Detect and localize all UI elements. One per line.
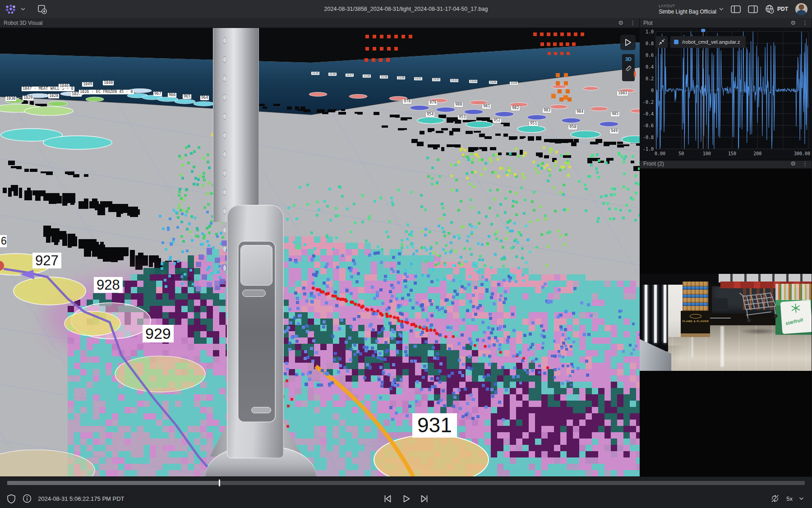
playback-speed[interactable]: 5x: [786, 495, 793, 502]
scrubber-playhead[interactable]: [219, 480, 220, 486]
3d-scene-canvas[interactable]: [0, 28, 640, 476]
waypoint-chip: 1049: [82, 82, 93, 87]
plot-settings-gear-icon[interactable]: ⚙: [790, 20, 796, 26]
svg-text:0.8: 0.8: [646, 41, 654, 46]
svg-text:50: 50: [678, 151, 684, 156]
front-settings-gear-icon[interactable]: ⚙: [790, 161, 796, 166]
3d-viewport[interactable]: 6 927 928 929 931 3D 9789799809819829839…: [0, 28, 640, 476]
collapse-arrows-icon: [659, 39, 665, 45]
svg-text:0.6: 0.6: [646, 53, 654, 58]
waypoint-chip: 966: [168, 93, 176, 97]
waypoint-chip: 1122: [432, 78, 440, 81]
ruler-icon: [625, 65, 632, 72]
app-logo-icon[interactable]: [5, 4, 16, 14]
waypoint-chip: 983: [543, 108, 551, 113]
3d-badge: 3D: [625, 56, 632, 62]
waypoint-chip: 951: [529, 121, 538, 126]
app-menu-chevron-icon[interactable]: [21, 8, 25, 11]
waypoint-chip: 965: [183, 94, 191, 99]
cam-product-stack: [683, 282, 708, 311]
left-sidebar-toggle-icon[interactable]: [731, 5, 741, 13]
waypoint-chip: 952: [493, 118, 501, 123]
front-camera-body: FLAME & FLAVOR: [640, 169, 812, 476]
waypoint-chip: 1048: [103, 81, 114, 85]
waypoint-chip: 1123: [450, 79, 458, 82]
waypoint-chip: 1030: [5, 97, 16, 101]
layout-label: LAYOUT: [659, 4, 716, 8]
play-button[interactable]: [401, 494, 411, 504]
svg-text:0: 0: [651, 88, 654, 93]
info-icon[interactable]: [22, 494, 32, 503]
waypoint-chip: 954: [426, 112, 434, 117]
svg-text:-1.0: -1.0: [643, 147, 654, 152]
waypoint-chip: 1083: [617, 91, 628, 96]
waypoint-chip: 1126: [510, 82, 518, 85]
waypoint-label-931: 931: [412, 413, 457, 438]
svg-text:150: 150: [728, 151, 736, 156]
waypoint-label-929: 929: [143, 325, 174, 342]
svg-text:-0.8: -0.8: [643, 135, 654, 140]
cam-flatbed-cart: [710, 296, 731, 318]
panel-title-3d: Robot 3D Visual: [4, 20, 43, 26]
waypoint-chip: 1116: [328, 73, 337, 76]
3d-measure-toolbar[interactable]: 3D: [622, 54, 635, 81]
waypoint-chip: 982: [511, 106, 520, 111]
waypoint-chip: 1120: [397, 76, 405, 79]
svg-text:0.2: 0.2: [646, 76, 654, 81]
waypoint-chip: 1121: [414, 77, 422, 80]
legend-series-row[interactable]: /robot_cmd_vel.angular.z: [670, 36, 746, 48]
series-topic-name: /robot_cmd_vel.angular.z: [682, 39, 740, 45]
panel-title-front: Front (2): [643, 161, 664, 167]
speed-chevron-icon[interactable]: [799, 497, 804, 500]
waypoint-chip: 980: [454, 102, 463, 107]
scrubber-remaining: [219, 481, 805, 485]
add-panel-icon[interactable]: [37, 4, 47, 14]
user-avatar[interactable]: [795, 3, 807, 15]
waypoint-chip: 1125: [489, 81, 497, 84]
legend-collapse-button[interactable]: [656, 36, 668, 48]
waypoint-chip: 981: [482, 104, 491, 109]
waypoint-chip: 1117: [346, 74, 354, 77]
timeline-scrubber[interactable]: [7, 481, 805, 485]
front-kebab-menu-icon[interactable]: ⋮: [802, 161, 808, 166]
panel-kebab-menu-icon[interactable]: ⋮: [630, 20, 636, 26]
waypoint-chip: 979: [429, 101, 437, 105]
seek-start-button[interactable]: [383, 494, 393, 504]
playback-bar: 2024-08-31 5:06:22.175 PM PDT: [0, 476, 812, 508]
waypoint-chip: 1118: [363, 74, 371, 78]
waypoint-chip: 967: [153, 92, 162, 96]
layout-picker[interactable]: LAYOUT Simbe Light Bag Official: [659, 4, 724, 15]
plot-kebab-menu-icon[interactable]: ⋮: [802, 20, 808, 26]
cam-gold-logo: [690, 314, 701, 319]
waypoint-chip: 984: [576, 110, 584, 114]
svg-text:300.00: 300.00: [794, 151, 810, 156]
cam-display-box: FLAME & FLAVOR: [681, 311, 710, 333]
seek-end-button[interactable]: [420, 494, 430, 504]
waypoint-label-927: 927: [32, 253, 61, 268]
right-column: Plot ⚙ ⋮ 1.00.80.60.40.20-0.2-0.4-0.6-0.…: [640, 18, 812, 476]
panel-plot: Plot ⚙ ⋮ 1.00.80.60.40.20-0.2-0.4-0.6-0.…: [640, 18, 812, 159]
panel-header-plot: Plot ⚙ ⋮: [640, 18, 812, 28]
waypoint-chip: 978: [403, 99, 411, 104]
timezone-indicator[interactable]: PDT: [765, 5, 788, 14]
3d-select-tool-button[interactable]: [620, 35, 636, 50]
waypoint-chip: 1046: [59, 84, 69, 88]
shopping-cart: [736, 288, 780, 335]
waypoint-chip: 1028: [48, 94, 59, 98]
app-topbar: 2024-08-31/3858_2024-08-31/light_2024-08…: [0, 0, 812, 18]
plot-body[interactable]: 1.00.80.60.40.20-0.2-0.4-0.6-0.8-1.00.00…: [640, 28, 812, 161]
cam-freezer-light: [654, 279, 656, 343]
panel-header-3d: Robot 3D Visual ⚙ ⋮: [0, 18, 639, 28]
panel-front-camera: Front (2) ⚙ ⋮: [640, 159, 812, 476]
panel-settings-gear-icon[interactable]: ⚙: [618, 20, 623, 26]
waypoint-label-928: 928: [94, 277, 123, 293]
data-source-shield-icon[interactable]: [6, 494, 16, 504]
cam-cart-boxes: [712, 298, 728, 311]
scrubber-played: [7, 481, 219, 485]
right-sidebar-toggle-icon[interactable]: [748, 5, 758, 13]
svg-text:-0.6: -0.6: [643, 123, 654, 128]
cam-starfruit-text: starfruit: [785, 317, 803, 326]
cursor-triangle-icon: [623, 38, 632, 47]
layout-chevron-icon: [719, 8, 724, 11]
loop-off-icon[interactable]: [770, 494, 780, 503]
